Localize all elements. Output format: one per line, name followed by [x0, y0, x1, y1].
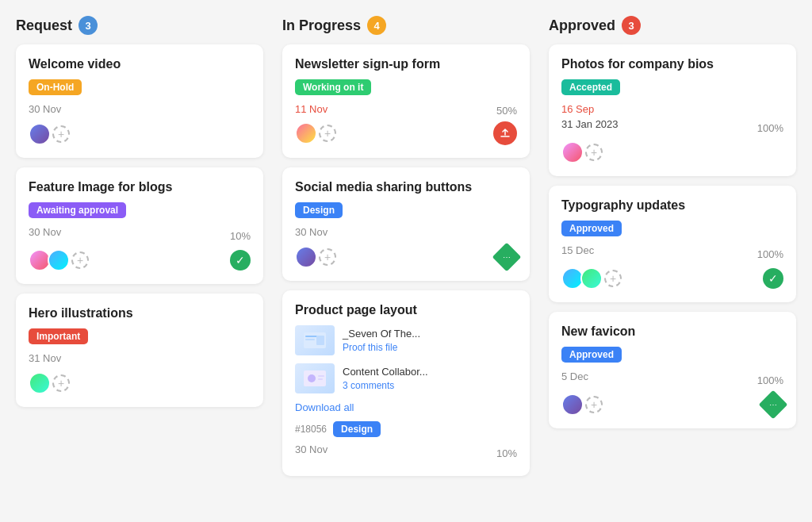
- card-footer: + ✓: [29, 249, 251, 271]
- column-title-in-progress: In Progress: [282, 17, 361, 34]
- card-date: 30 Nov: [29, 103, 251, 115]
- avatar: [295, 246, 317, 268]
- add-member-button[interactable]: +: [52, 125, 70, 143]
- column-header-request: Request 3: [16, 16, 263, 35]
- avatar-group: +: [295, 246, 336, 268]
- card-feature-image: Feature Image for blogs Awaiting approva…: [16, 167, 263, 284]
- card-newsletter: Newsletter sign-up form Working on it 11…: [282, 44, 530, 158]
- more-inner: ⋯: [769, 401, 777, 409]
- card-typography: Typography updates Approved 15 Dec 100% …: [549, 186, 796, 302]
- svg-point-5: [308, 374, 316, 382]
- card-date: 30 Nov: [29, 226, 61, 238]
- column-request: Request 3 Welcome video On-Hold 30 Nov +…: [16, 16, 263, 486]
- status-icon-more: ⋯: [759, 390, 788, 420]
- avatar-group: +: [29, 123, 70, 145]
- tag-awaiting-approval: Awaiting approval: [29, 202, 126, 218]
- card-date-overdue: 16 Sep: [561, 103, 783, 115]
- svg-rect-7: [318, 378, 323, 380]
- add-member-button[interactable]: +: [319, 125, 336, 142]
- tag-working-on-it: Working on it: [295, 79, 371, 95]
- svg-rect-1: [305, 336, 318, 337]
- file-item-2: Content Collabor... 3 comments: [295, 363, 517, 393]
- card-date: 31 Nov: [29, 352, 251, 364]
- card-title: Feature Image for blogs: [29, 180, 251, 194]
- card-id: #18056: [295, 424, 327, 435]
- column-badge-in-progress: 4: [367, 16, 386, 35]
- add-member-button[interactable]: +: [319, 248, 336, 266]
- column-title-request: Request: [16, 17, 72, 34]
- avatar: [29, 123, 51, 145]
- card-title: Welcome video: [29, 57, 251, 71]
- card-title: Product page layout: [295, 303, 517, 317]
- status-icon-upload: [493, 121, 517, 145]
- card-date-overdue: 11 Nov: [295, 103, 327, 115]
- file-thumbnail-2: [295, 363, 335, 393]
- column-header-in-progress: In Progress 4: [282, 16, 530, 35]
- card-product-page: Product page layout _Seven Of The...: [282, 290, 530, 476]
- card-footer: + ✓: [561, 267, 783, 290]
- add-member-button[interactable]: +: [585, 144, 603, 161]
- column-title-approved: Approved: [549, 17, 615, 34]
- card-welcome-video: Welcome video On-Hold 30 Nov +: [16, 44, 263, 158]
- add-member-button[interactable]: +: [71, 251, 89, 269]
- status-icon-diamond: ⋯: [492, 243, 522, 272]
- column-badge-request: 3: [79, 16, 98, 35]
- card-date: 30 Nov: [295, 443, 327, 455]
- add-member-button[interactable]: +: [604, 270, 622, 287]
- column-approved: Approved 3 Photos for company bios Accep…: [549, 16, 796, 486]
- card-footer: +: [561, 141, 783, 163]
- avatar: [561, 141, 584, 163]
- add-member-button[interactable]: +: [585, 396, 603, 413]
- tag-accepted: Accepted: [561, 79, 620, 95]
- avatar: [580, 267, 603, 290]
- card-footer: +: [295, 121, 517, 145]
- card-title: Photos for company bios: [561, 57, 783, 71]
- card-footer: + ⋯: [561, 393, 783, 416]
- avatar: [29, 372, 51, 394]
- diamond-inner: ⋯: [503, 253, 511, 262]
- column-header-approved: Approved 3: [549, 16, 796, 35]
- kanban-board: Request 3 Welcome video On-Hold 30 Nov +…: [16, 16, 796, 486]
- card-title: Hero illustrations: [29, 306, 251, 320]
- tag-important: Important: [29, 328, 88, 344]
- card-date: 5 Dec: [561, 370, 588, 382]
- percent-value: 50%: [496, 105, 517, 117]
- percent-value: 10%: [496, 447, 517, 459]
- tag-design-meta: Design: [333, 421, 381, 437]
- card-social-media: Social media sharing buttons Design 30 N…: [282, 167, 530, 281]
- proof-file-link[interactable]: Proof this file: [343, 342, 397, 353]
- file-name-1: _Seven Of The...: [343, 328, 420, 340]
- tag-on-hold: On-Hold: [29, 79, 82, 95]
- tag-design: Design: [295, 202, 343, 218]
- card-title: Typography updates: [561, 198, 783, 213]
- card-title: Newsletter sign-up form: [295, 57, 517, 71]
- add-member-button[interactable]: +: [52, 374, 70, 392]
- avatar: [48, 249, 70, 271]
- svg-rect-6: [318, 375, 324, 377]
- percent-value: 100%: [757, 122, 783, 134]
- percent-value: 10%: [230, 230, 251, 242]
- card-date: 15 Dec: [561, 244, 594, 256]
- card-hero-illustrations: Hero illustrations Important 31 Nov +: [16, 294, 263, 407]
- percent-value: 100%: [757, 374, 783, 386]
- avatar: [295, 122, 317, 144]
- status-icon-check: ✓: [230, 250, 251, 271]
- thumb-image: [295, 325, 335, 355]
- card-footer: + ⋯: [295, 246, 517, 268]
- card-photos-bios: Photos for company bios Accepted 16 Sep …: [549, 44, 796, 176]
- thumb-image-2: [295, 363, 335, 393]
- avatar-group: +: [561, 393, 603, 416]
- card-title: Social media sharing buttons: [295, 180, 517, 194]
- comments-link[interactable]: 3 comments: [343, 380, 394, 391]
- card-new-favicon: New favicon Approved 5 Dec 100% + ⋯: [549, 312, 796, 428]
- file-info-1: _Seven Of The... Proof this file: [343, 328, 420, 354]
- percent-value: 100%: [757, 248, 783, 260]
- download-all-link[interactable]: Download all: [295, 401, 517, 413]
- card-date: 30 Nov: [295, 226, 517, 238]
- file-name-2: Content Collabor...: [343, 366, 428, 378]
- card-meta: #18056 Design: [295, 421, 517, 437]
- avatar-group: +: [295, 122, 336, 144]
- file-thumbnail-1: [295, 325, 335, 355]
- card-footer: +: [29, 123, 251, 145]
- card-date-black: 31 Jan 2023: [561, 118, 619, 130]
